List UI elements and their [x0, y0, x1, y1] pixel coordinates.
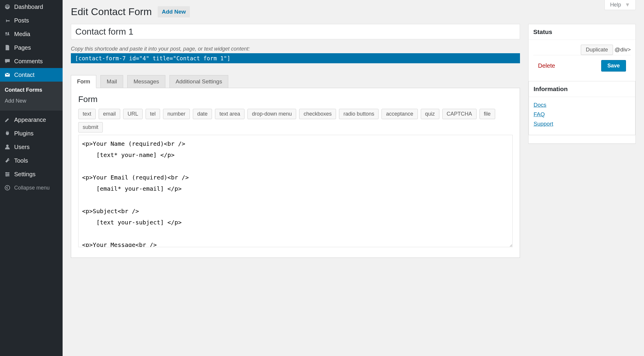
info-link-docs[interactable]: Docs	[534, 102, 630, 108]
svg-point-0	[5, 32, 7, 34]
information-heading: Information	[529, 81, 635, 97]
sidebar-subitem-contact-forms[interactable]: Contact Forms	[0, 85, 63, 96]
side-column: Status Duplicate @div> Delete Save Infor…	[528, 24, 636, 152]
dashboard-icon	[4, 3, 11, 11]
collapse-label: Collapse menu	[14, 185, 50, 191]
collapse-icon	[4, 184, 11, 192]
media-icon	[4, 30, 11, 38]
tag-number[interactable]: number	[163, 109, 190, 119]
sidebar-item-contact[interactable]: Contact	[0, 68, 63, 82]
shortcode-box[interactable]: [contact-form-7 id="4" title="Contact fo…	[71, 53, 520, 63]
mail-icon	[4, 71, 11, 79]
sidebar-item-label: Appearance	[14, 116, 46, 123]
tab-form[interactable]: Form	[71, 75, 96, 88]
tag-file[interactable]: file	[480, 109, 495, 119]
plugin-icon	[4, 130, 11, 137]
tag-captcha[interactable]: CAPTCHA	[442, 109, 477, 119]
sidebar-item-users[interactable]: Users	[0, 140, 63, 154]
tag-radio[interactable]: radio buttons	[339, 109, 379, 119]
main-column: Copy this shortcode and paste it into yo…	[71, 24, 520, 258]
delete-link[interactable]: Delete	[538, 62, 555, 69]
svg-rect-10	[6, 175, 7, 177]
collapse-menu[interactable]: Collapse menu	[0, 181, 63, 195]
tag-acceptance[interactable]: acceptance	[381, 109, 418, 119]
sidebar-item-label: Contact	[14, 72, 35, 78]
status-box: Status Duplicate @div> Delete Save Infor…	[528, 24, 636, 144]
admin-sidebar: Dashboard Posts Media Pages Comments Con…	[0, 0, 63, 356]
svg-point-11	[5, 185, 10, 190]
sidebar-item-label: Plugins	[14, 130, 34, 137]
add-new-button[interactable]: Add New	[158, 6, 190, 17]
sidebar-item-tools[interactable]: Tools	[0, 154, 63, 167]
settings-icon	[4, 170, 11, 178]
sidebar-item-plugins[interactable]: Plugins	[0, 127, 63, 140]
panel-heading: Form	[78, 95, 513, 104]
sidebar-item-label: Posts	[14, 17, 29, 24]
pin-icon	[4, 17, 11, 24]
info-link-faq[interactable]: FAQ	[534, 111, 630, 118]
sidebar-item-dashboard[interactable]: Dashboard	[0, 0, 63, 14]
comment-icon	[4, 57, 11, 65]
tab-mail[interactable]: Mail	[100, 75, 123, 88]
sidebar-item-label: Comments	[14, 58, 43, 65]
svg-rect-7	[5, 175, 9, 176]
sidebar-subitem-add-new[interactable]: Add New	[0, 96, 63, 106]
tag-generator-buttons: text email URL tel number date text area…	[78, 109, 513, 132]
shortcode-hint: Copy this shortcode and paste it into yo…	[71, 46, 520, 52]
page-heading: Edit Contact Form Add New	[71, 0, 636, 17]
tag-email[interactable]: email	[99, 109, 120, 119]
sidebar-item-pages[interactable]: Pages	[0, 41, 63, 54]
tag-textarea[interactable]: text area	[215, 109, 244, 119]
tag-submit[interactable]: submit	[78, 122, 103, 132]
save-button[interactable]: Save	[601, 60, 626, 72]
info-link-support[interactable]: Support	[534, 121, 630, 127]
svg-rect-9	[8, 174, 9, 175]
chevron-down-icon: ▼	[625, 2, 630, 8]
page-title: Edit Contact Form	[71, 6, 152, 17]
sidebar-item-appearance[interactable]: Appearance	[0, 113, 63, 127]
svg-rect-2	[6, 45, 9, 50]
information-box: Information Docs FAQ Support	[529, 81, 635, 135]
help-tab[interactable]: Help ▼	[604, 0, 636, 10]
editor-tabs: Form Mail Messages Additional Settings	[71, 75, 520, 88]
sidebar-item-comments[interactable]: Comments	[0, 54, 63, 68]
tab-additional-settings[interactable]: Additional Settings	[169, 75, 228, 88]
appearance-icon	[4, 116, 11, 124]
sidebar-item-settings[interactable]: Settings	[0, 167, 63, 181]
tab-messages[interactable]: Messages	[127, 75, 165, 88]
user-icon	[4, 143, 11, 151]
help-label: Help	[610, 2, 621, 8]
sidebar-item-media[interactable]: Media	[0, 27, 63, 41]
tag-url[interactable]: URL	[123, 109, 143, 119]
sidebar-item-label: Dashboard	[14, 4, 43, 10]
duplicate-button[interactable]: Duplicate	[581, 45, 613, 55]
sidebar-item-label: Pages	[14, 44, 31, 51]
sidebar-item-label: Users	[14, 144, 30, 151]
sidebar-item-label: Media	[14, 31, 30, 38]
page-icon	[4, 44, 11, 51]
tag-date[interactable]: date	[193, 109, 212, 119]
svg-rect-1	[5, 35, 9, 35]
tag-dropdown[interactable]: drop-down menu	[247, 109, 296, 119]
form-title-input[interactable]	[71, 24, 520, 39]
form-content-textarea[interactable]	[78, 135, 513, 247]
status-heading: Status	[529, 24, 635, 40]
sidebar-item-posts[interactable]: Posts	[0, 14, 63, 27]
tag-tel[interactable]: tel	[146, 109, 160, 119]
svg-rect-6	[5, 174, 9, 175]
tools-icon	[4, 157, 11, 164]
tag-quiz[interactable]: quiz	[421, 109, 439, 119]
main-content: Help ▼ Edit Contact Form Add New Copy th…	[63, 0, 644, 356]
sidebar-item-label: Tools	[14, 157, 28, 164]
tag-checkboxes[interactable]: checkboxes	[299, 109, 336, 119]
svg-rect-8	[6, 172, 6, 174]
sidebar-submenu-contact: Contact Forms Add New	[0, 82, 63, 111]
svg-point-4	[6, 145, 9, 147]
tag-text[interactable]: text	[78, 109, 96, 119]
sidebar-item-label: Settings	[14, 171, 35, 178]
form-panel: Form text email URL tel number date text…	[71, 88, 520, 258]
